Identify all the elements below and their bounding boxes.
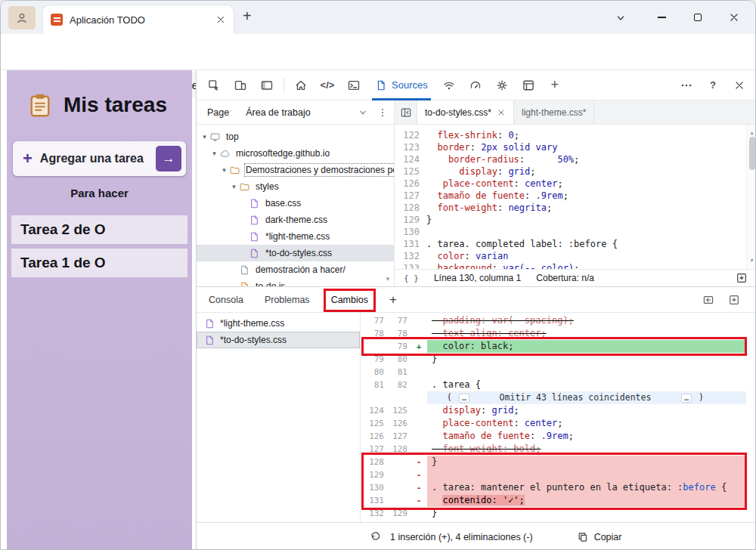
pretty-print-icon[interactable]: { }: [404, 273, 419, 283]
tab-page[interactable]: Page: [207, 107, 229, 118]
tab-workspace[interactable]: Área de trabajo: [246, 107, 310, 118]
close-window-button[interactable]: [716, 1, 752, 34]
line-number[interactable]: 129: [395, 214, 420, 226]
css-file-icon: [204, 335, 218, 346]
line-number[interactable]: 127: [395, 190, 420, 202]
tree-item[interactable]: ▾top: [197, 128, 394, 145]
inspect-icon[interactable]: [204, 76, 224, 95]
box-arrow-icon[interactable]: [736, 272, 748, 284]
tab-sources[interactable]: Sources: [370, 70, 432, 100]
elements-icon[interactable]: </>: [318, 76, 337, 95]
line-number[interactable]: 132: [395, 250, 420, 262]
line-number[interactable]: 126: [395, 178, 420, 190]
revert-icon[interactable]: [369, 531, 381, 543]
tab-close-icon[interactable]: [215, 14, 226, 25]
tab-search-chevron-icon[interactable]: [615, 12, 627, 24]
tree-item-label: *to-do-styles.css: [265, 248, 332, 258]
browser-window: Aplicación TODO +: [0, 0, 756, 550]
overflow-chevron-icon[interactable]: [358, 107, 368, 118]
performance-icon[interactable]: [466, 76, 485, 95]
line-number[interactable]: 130: [395, 226, 420, 238]
diff-row: 130-. tarea: mantener el puntero en la e…: [361, 481, 756, 494]
minimize-button[interactable]: [643, 1, 680, 34]
home-icon[interactable]: [291, 76, 311, 95]
maximize-button[interactable]: [680, 1, 716, 34]
editor-scrollbar[interactable]: ▲ ▼: [746, 125, 756, 269]
line-number[interactable]: 123: [395, 141, 420, 153]
tree-item[interactable]: ▾microsoftedge.github.io: [197, 145, 394, 162]
browser-tab[interactable]: Aplicación TODO: [43, 5, 234, 34]
cloud-icon: [219, 148, 234, 159]
network-icon[interactable]: [439, 76, 459, 95]
editor-code[interactable]: flex-shrink: 0; border: 2px solid vary b…: [426, 129, 756, 269]
add-task-button[interactable]: + Agregar una tarea →: [13, 141, 186, 176]
line-number[interactable]: 133: [395, 262, 420, 269]
add-drawer-tab-icon[interactable]: +: [389, 292, 397, 307]
chevron-expanded-icon[interactable]: ▾: [219, 166, 229, 174]
tree-item[interactable]: to-do.js: [197, 278, 394, 286]
panel-layout-icon[interactable]: [257, 76, 277, 95]
diff-row: 7980}: [361, 353, 756, 366]
editor-tab-label: light-theme.css*: [522, 107, 586, 118]
tree-item[interactable]: ▾styles: [197, 178, 394, 195]
clipboard-icon: [26, 91, 54, 119]
settings-gear-icon[interactable]: [492, 76, 512, 95]
console-icon[interactable]: [344, 76, 364, 95]
editor-tab-light-theme[interactable]: light-theme.css*: [514, 100, 594, 124]
tab-issues[interactable]: Problemas: [265, 295, 310, 305]
copy-icon[interactable]: [577, 531, 589, 543]
code-line: border: 2px solid vary: [426, 141, 745, 153]
submit-task-button[interactable]: →: [156, 146, 181, 171]
changed-file-item[interactable]: *light-theme.css: [197, 315, 360, 332]
chevron-expanded-icon[interactable]: ▾: [200, 133, 209, 141]
tree-item[interactable]: base.css: [197, 195, 394, 212]
task-item[interactable]: Tarea 2 de O: [11, 215, 187, 244]
diff-row: 132129}: [361, 507, 756, 520]
scroll-thumb[interactable]: [749, 137, 755, 170]
line-number[interactable]: 122: [395, 129, 420, 141]
line-number[interactable]: 125: [395, 165, 420, 178]
chevron-expanded-icon[interactable]: ▾: [209, 150, 219, 157]
expand-panel-icon[interactable]: [728, 294, 740, 306]
application-icon[interactable]: [519, 76, 538, 95]
device-emulation-icon[interactable]: [231, 76, 250, 95]
tree-item[interactable]: demostración a hacer/: [197, 261, 394, 278]
dock-panel-icon[interactable]: [702, 294, 714, 306]
navigator-menu-kebab-icon[interactable]: [377, 107, 388, 118]
code-editor[interactable]: 122123124125126127128129130131132133 fle…: [395, 125, 756, 269]
tree-item[interactable]: dark-theme.css: [197, 212, 394, 228]
changed-file-item[interactable]: *to-do-styles.css: [197, 332, 360, 348]
line-number[interactable]: 128: [395, 202, 420, 214]
tree-item-label: top: [226, 131, 239, 142]
close-devtools-icon[interactable]: [730, 76, 749, 95]
copy-label[interactable]: Copiar: [594, 532, 622, 542]
scroll-down-icon[interactable]: ▼: [385, 276, 391, 283]
diff-row: 131- contenido: '✓';: [361, 494, 756, 507]
task-item[interactable]: Tarea 1 de O: [11, 249, 187, 277]
line-number[interactable]: 124: [395, 153, 420, 165]
diff-row: 79+ color: black;: [361, 340, 756, 353]
maximize-icon: [694, 14, 702, 22]
diff-collapsed-row[interactable]: (…Omitir 43 líneas coincidentes…): [361, 391, 756, 404]
tab-changes[interactable]: Cambios: [331, 295, 368, 305]
more-tools-plus-icon[interactable]: +: [545, 76, 565, 95]
chevron-expanded-icon[interactable]: ▾: [229, 183, 239, 190]
help-icon[interactable]: ?: [703, 76, 723, 95]
editor-tab-to-do-styles[interactable]: to-do-styles.css*: [417, 100, 514, 124]
tab-console[interactable]: Consola: [209, 295, 243, 305]
toggle-navigator-icon[interactable]: [395, 100, 417, 124]
diff-row: 7878 text-align: center;: [361, 327, 756, 340]
diff-pane: 7777 padding: var(--spacing);7878 text-a…: [361, 313, 756, 522]
tree-item[interactable]: *to-do-styles.css: [197, 245, 394, 261]
tree-item[interactable]: *light-theme.css: [197, 228, 394, 245]
collapsed-lines-label: Omitir 43 líneas coincidentes: [500, 391, 652, 404]
scroll-down-icon[interactable]: ▼: [747, 255, 756, 267]
tree-item[interactable]: ▾Demostraciones y demostraciones pendien…: [197, 162, 394, 178]
code-line: border-radius: 50%;: [426, 153, 745, 165]
more-options-icon[interactable]: [677, 76, 696, 95]
new-tab-button[interactable]: +: [243, 8, 252, 25]
drawer: Consola Problemas Cambios +: [197, 286, 756, 550]
close-tab-icon[interactable]: [497, 108, 506, 117]
line-number[interactable]: 131: [395, 238, 420, 250]
profile-avatar-button[interactable]: [8, 6, 36, 29]
